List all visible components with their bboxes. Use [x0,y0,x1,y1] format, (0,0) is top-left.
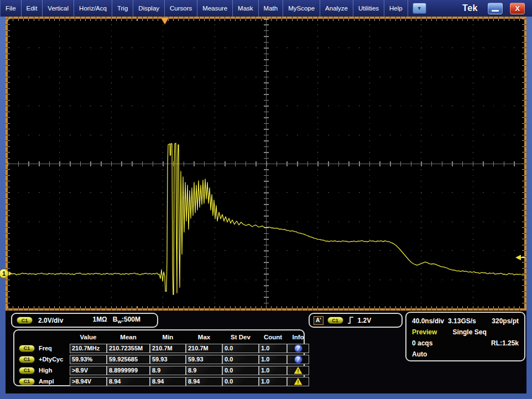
waveform-trace [8,19,524,308]
column-header-info: Info [287,334,309,340]
rising-edge-icon [347,316,354,324]
graticule: 1 [8,19,524,308]
menu-item-display[interactable]: Display [133,0,165,17]
trigger-source-badge: A' [314,316,324,325]
column-header-count: Count [259,334,287,340]
menu-item-mask[interactable]: Mask [233,0,258,17]
measurement-name: +DtyCyc [39,356,63,363]
warning-icon[interactable]: ! [294,367,302,374]
measurement-stdev: 0.0 [222,377,259,386]
sample-rate-value: 3.13GS/s [448,317,476,325]
menubar-spacer [426,0,462,17]
measurement-name: High [39,367,52,374]
acquisition-readout[interactable]: 40.0ns/div 3.13GS/s 320ps/pt Preview Sin… [405,312,525,361]
measurement-mean: 8.94 [107,377,150,386]
menu-item-edit[interactable]: Edit [22,0,43,17]
measurement-name: Ampl [39,378,54,385]
measurement-value: >8.94V [70,377,107,386]
measurement-mean: 210.72355M [107,344,150,353]
measurement-min: 59.93 [150,355,186,364]
measurement-count: 1.0 [259,366,287,375]
measurement-mean: 8.8999999 [107,366,150,375]
warning-icon[interactable]: ! [294,378,302,385]
measurement-max: 8.9 [186,366,222,375]
channel1-ground-marker[interactable]: 1 [0,269,12,279]
column-header-stdev: St Dev [222,334,259,340]
measurement-value: 59.93% [70,355,107,364]
measurement-name: Freq [39,345,52,351]
menu-item-analyze[interactable]: Analyze [320,0,353,17]
measurement-count: 1.0 [259,344,287,353]
menu-item-cursors[interactable]: Cursors [165,0,197,17]
measurement-value: >8.9V [70,366,107,375]
measurement-table: Value Mean Min Max St Dev Count Info C1 … [13,329,305,386]
measurement-row-label: C1 +DtyCyc [18,356,70,363]
help-icon[interactable]: ? [294,344,302,353]
menu-item-measure[interactable]: Measure [197,0,233,17]
trigger-level-arrowhead-icon [515,255,521,260]
channel-badge: C1 [17,317,33,324]
measurement-min: 8.9 [150,366,186,375]
oscilloscope-screen: { "titlebar": { "menus": ["File","Edit",… [0,0,532,399]
menu-bar: File Edit Vertical Horiz/Acq Trig Displa… [0,0,532,17]
menu-item-trig[interactable]: Trig [112,0,133,17]
border-ticks-right [524,19,526,308]
timebase-value: 40.0ns/div [412,317,444,325]
trigger-level-value: 1.2V [358,317,372,324]
channel-scale: 2.0V/div [38,317,63,324]
acquisition-mode: Single Seq [452,328,486,336]
acquisition-count: 0 acqs [412,339,432,347]
measurement-count: 1.0 [259,377,287,386]
measurement-value: 210.7MHz [70,344,107,353]
measurement-mean: 59.925685 [107,355,150,364]
channel-coupling: 1MΩ [92,316,107,323]
channel-readout[interactable]: C1 2.0V/div 1MΩ BW:500M [11,313,158,328]
measurement-max: 8.94 [186,377,222,386]
menu-item-utilities[interactable]: Utilities [353,0,384,17]
measurement-source-badge: C1 [19,356,35,363]
column-header-mean: Mean [107,334,150,340]
toolbar-dropdown-button[interactable]: ▼ [413,3,426,14]
measurement-source-badge: C1 [19,345,35,352]
column-header-max: Max [186,334,222,340]
menu-item-myscope[interactable]: MyScope [283,0,320,17]
menu-item-horiz-acq[interactable]: Horiz/Acq [74,0,112,17]
close-button[interactable]: X [510,3,525,14]
menu-item-help[interactable]: Help [384,0,408,17]
measurement-count: 1.0 [259,355,287,364]
menu-item-vertical[interactable]: Vertical [43,0,74,17]
channel1-arrow-icon [9,271,12,276]
trigger-position-marker[interactable] [161,18,169,24]
readout-panel: C1 2.0V/div 1MΩ BW:500M A' C1 1.2V 40.0n… [6,311,526,393]
measurement-min: 8.94 [150,377,186,386]
tek-logo: Tek [462,3,478,13]
measurement-row-label: C1 Freq [18,345,70,352]
measurement-min: 210.7M [150,344,186,353]
trigger-channel-badge: C1 [327,317,343,324]
trigger-mode: Auto [412,350,427,358]
menu-item-math[interactable]: Math [259,0,284,17]
minimize-button[interactable] [488,3,503,14]
chevron-down-icon: ▼ [417,6,422,11]
record-length: RL:1.25k [491,339,519,347]
measurement-max: 59.93 [186,355,222,364]
measurement-source-badge: C1 [19,378,35,385]
trigger-level-arrow[interactable] [515,255,525,260]
help-icon[interactable]: ? [294,355,302,364]
close-icon: X [515,4,520,13]
trigger-level-arrowtail-icon [521,257,525,258]
menu-item-file[interactable]: File [0,0,22,17]
measurement-row-label: C1 High [18,367,70,374]
measurement-max: 210.7M [186,344,222,353]
measurement-stdev: 0.0 [222,344,259,353]
measurement-source-badge: C1 [19,367,35,374]
channel1-badge-icon: 1 [0,269,9,279]
resolution-value: 320ps/pt [492,317,519,325]
minimize-icon [492,10,499,12]
measurement-stdev: 0.0 [222,366,259,375]
measurement-stdev: 0.0 [222,355,259,364]
trigger-readout[interactable]: A' C1 1.2V [309,313,403,328]
column-header-value: Value [70,334,107,340]
measurement-row-label: C1 Ampl [18,378,70,385]
waveform-display-frame: 1 [6,17,526,311]
